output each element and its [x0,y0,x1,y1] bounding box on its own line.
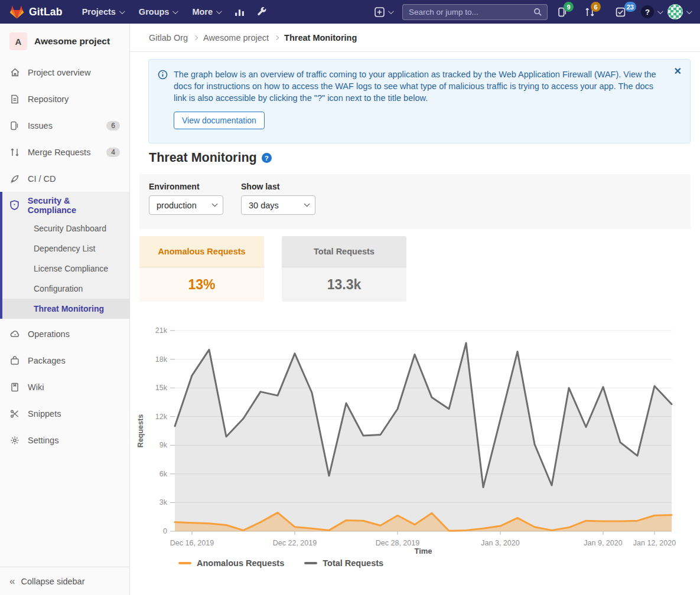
waf-info-alert: The graph below is an overview of traffi… [148,59,691,143]
help-menu[interactable]: ? [641,5,662,18]
main-content: Gitlab Org Awesome project Threat Monito… [130,24,700,595]
gitlab-home-link[interactable]: GitLab [9,5,63,19]
tanuki-icon [9,5,24,19]
stat-value: 13.3k [282,267,406,302]
breadcrumb-group[interactable]: Gitlab Org [149,33,188,42]
chevron-down-icon [686,8,692,14]
gear-icon [9,435,20,446]
navbar-right: 9 6 23 ? [370,0,691,24]
sidebar-item-packages[interactable]: Packages [0,347,129,374]
show-last-filter: Show last 30 days [241,182,315,221]
sidebar-item-configuration[interactable]: Configuration [2,279,129,299]
search-input[interactable] [403,8,547,17]
breadcrumb-current: Threat Monitoring [284,33,357,42]
scissors-icon [9,408,20,419]
title-help-icon[interactable]: ? [262,153,272,163]
admin-wrench-icon[interactable] [252,0,272,24]
svg-text:Jan 3, 2020: Jan 3, 2020 [481,539,519,547]
legend-anomalous-requests[interactable]: Anomalous Requests [178,558,284,568]
navbar-left: GitLab Projects Groups More [9,0,272,24]
svg-text:3k: 3k [159,498,168,506]
legend-label: Anomalous Requests [197,558,284,568]
issues-shortcut[interactable]: 9 [554,0,571,24]
sidebar-item-merge-requests[interactable]: Merge Requests 4 [0,139,129,165]
sidebar-item-threat-monitoring[interactable]: Threat Monitoring [2,299,129,319]
cloud-gauge-icon [9,329,20,339]
analytics-chart-icon[interactable] [229,0,249,24]
stat-label: Total Requests [282,236,406,267]
alert-text: The graph below is an overview of traffi… [174,70,656,103]
merge-request-icon [9,147,20,158]
shield-icon [9,200,20,211]
sidebar-item-label: Project overview [28,68,90,77]
project-avatar: A [9,32,27,50]
chevron-down-icon [657,8,663,14]
collapse-label: Collapse sidebar [21,577,84,586]
sidebar-item-security-dashboard[interactable]: Security Dashboard [2,218,129,238]
top-navbar: GitLab Projects Groups More 9 6 [0,0,700,24]
nav-more[interactable]: More [185,0,227,24]
todo-check-icon [616,7,626,17]
sidebar-item-label: Packages [28,356,66,365]
total-requests-card: Total Requests 13.3k [282,236,406,302]
legend-total-requests[interactable]: Total Requests [304,558,383,568]
new-plus-menu[interactable] [370,0,396,24]
sidebar-item-dependency-list[interactable]: Dependency List [2,238,129,259]
issues-count-badge: 9 [564,2,574,12]
svg-text:Dec 22, 2019: Dec 22, 2019 [273,539,317,547]
svg-text:9k: 9k [159,441,168,449]
sidebar-item-project-overview[interactable]: Project overview [0,59,129,86]
environment-value: production [157,201,197,210]
nav-projects[interactable]: Projects [76,0,130,24]
issues-count-badge: 6 [106,121,120,130]
anomalous-requests-card: Anomalous Requests 13% [139,236,264,302]
sidebar-item-snippets[interactable]: Snippets [0,400,129,427]
svg-text:6k: 6k [159,470,168,478]
nav-groups[interactable]: Groups [132,0,184,24]
sidebar-item-label: Operations [28,329,70,339]
page-title-row: Threat Monitoring ? [149,151,272,165]
close-icon[interactable]: ✕ [674,66,682,77]
chevron-down-icon [212,201,218,207]
sidebar-item-issues[interactable]: Issues 6 [0,112,129,139]
sidebar-item-wiki[interactable]: Wiki [0,374,129,400]
svg-text:Dec 16, 2019: Dec 16, 2019 [170,539,214,547]
help-icon: ? [641,5,654,18]
svg-text:Jan 12, 2020: Jan 12, 2020 [633,539,676,547]
home-icon [9,67,20,78]
stat-value: 13% [139,267,264,302]
user-menu[interactable] [668,4,691,19]
sidebar-item-operations[interactable]: Operations [0,321,129,347]
sidebar-item-ci-cd[interactable]: CI / CD [0,165,129,192]
chevron-down-icon [119,8,125,14]
collapse-sidebar-button[interactable]: « Collapse sidebar [0,567,129,595]
plus-square-icon [375,7,385,17]
sidebar-item-license-compliance[interactable]: License Compliance [2,259,129,279]
sidebar-item-label: Snippets [28,409,61,419]
show-last-label: Show last [241,182,315,191]
nav-projects-label: Projects [82,7,116,17]
book-icon [9,382,20,393]
svg-text:12k: 12k [155,413,168,421]
chevron-right-icon [193,35,198,40]
user-avatar [668,4,683,19]
project-header-link[interactable]: A Awesome project [0,24,129,59]
sidebar-item-label: Merge Requests [28,148,90,157]
todos-shortcut[interactable]: 23 [610,0,630,24]
environment-select[interactable]: production [149,195,223,215]
project-sidebar: A Awesome project Project overview Repos… [0,24,130,595]
view-documentation-button[interactable]: View documentation [174,112,265,129]
sidebar-item-repository[interactable]: Repository [0,86,129,112]
page-title: Threat Monitoring [149,151,257,165]
merge-requests-count-badge: 6 [591,2,601,12]
merge-requests-shortcut[interactable]: 6 [581,0,598,24]
breadcrumb-project[interactable]: Awesome project [203,33,269,42]
sidebar-item-label: Issues [28,121,53,130]
section-label: Security & Compliance [28,196,120,215]
sidebar-item-label: Wiki [28,382,44,392]
sidebar-item-security-compliance[interactable]: Security & Compliance [2,192,129,218]
show-last-select[interactable]: 30 days [241,195,315,215]
sidebar-item-settings[interactable]: Settings [0,427,129,453]
merge-requests-count-badge: 4 [106,148,120,157]
svg-text:15k: 15k [155,384,168,392]
